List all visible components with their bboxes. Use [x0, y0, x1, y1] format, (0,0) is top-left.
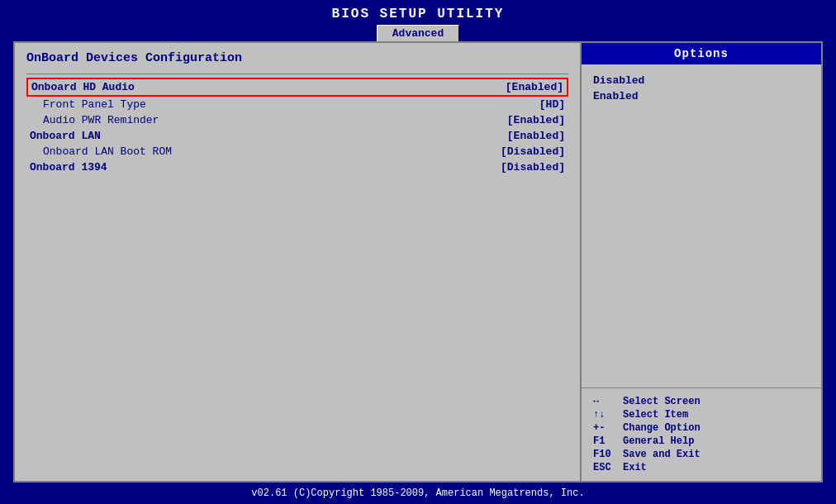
help-row-1: ↑↓Select Item: [593, 408, 810, 421]
help-key-4: F10: [593, 449, 623, 460]
help-desc-0: Select Screen: [623, 396, 701, 407]
menu-item-4[interactable]: Onboard LAN Boot ROM[Disabled]: [26, 144, 568, 159]
help-desc-3: General Help: [623, 435, 694, 447]
tab-advanced[interactable]: Advanced: [377, 25, 459, 41]
help-key-2: +-: [593, 422, 623, 434]
help-desc-4: Save and Exit: [623, 449, 701, 460]
help-key-1: ↑↓: [593, 409, 623, 421]
menu-item-value-3: [Enabled]: [507, 130, 565, 142]
menu-item-0[interactable]: Onboard HD Audio[Enabled]: [26, 78, 568, 97]
help-desc-1: Select Item: [623, 409, 688, 421]
section-title: OnBoard Devices Configuration: [26, 51, 568, 65]
help-key-3: F1: [593, 435, 623, 447]
options-body: DisabledEnabled: [582, 64, 821, 388]
options-header: Options: [582, 43, 821, 64]
help-section: ↔Select Screen↑↓Select Item+-Change Opti…: [582, 388, 821, 481]
menu-item-name-1: Front Panel Type: [30, 98, 146, 111]
menu-item-value-4: [Disabled]: [501, 145, 565, 158]
left-panel: OnBoard Devices Configuration Onboard HD…: [15, 43, 582, 481]
menu-item-value-5: [Disabled]: [501, 161, 565, 174]
help-row-2: +-Change Option: [593, 421, 810, 435]
menu-item-value-0: [Enabled]: [506, 81, 563, 93]
menu-item-name-4: Onboard LAN Boot ROM: [30, 145, 172, 158]
menu-item-name-5: Onboard 1394: [30, 161, 107, 174]
menu-item-name-3: Onboard LAN: [30, 130, 101, 142]
menu-item-1[interactable]: Front Panel Type[HD]: [26, 97, 568, 112]
help-key-5: ESC: [593, 462, 623, 473]
option-item-1[interactable]: Enabled: [593, 88, 810, 104]
help-desc-5: Exit: [623, 462, 647, 473]
menu-item-name-0: Onboard HD Audio: [31, 81, 135, 93]
option-item-0[interactable]: Disabled: [593, 73, 810, 88]
menu-list: Onboard HD Audio[Enabled]Front Panel Typ…: [26, 78, 568, 175]
menu-item-5[interactable]: Onboard 1394[Disabled]: [26, 159, 568, 175]
menu-item-2[interactable]: Audio PWR Reminder[Enabled]: [26, 112, 568, 128]
divider: [26, 74, 568, 74]
tab-bar: Advanced: [0, 25, 836, 41]
menu-item-value-1: [HD]: [539, 98, 565, 111]
main-content: OnBoard Devices Configuration Onboard HD…: [13, 41, 823, 483]
help-key-0: ↔: [593, 396, 623, 407]
help-desc-2: Change Option: [623, 422, 701, 434]
help-row-4: F10Save and Exit: [593, 448, 810, 461]
help-row-3: F1General Help: [593, 435, 810, 448]
help-row-0: ↔Select Screen: [593, 395, 810, 408]
help-row-5: ESCExit: [593, 461, 810, 474]
menu-item-3[interactable]: Onboard LAN[Enabled]: [26, 128, 568, 144]
menu-item-name-2: Audio PWR Reminder: [30, 114, 159, 126]
right-panel: Options DisabledEnabled ↔Select Screen↑↓…: [582, 43, 821, 481]
bios-title: BIOS SETUP UTILITY: [0, 0, 836, 25]
footer: v02.61 (C)Copyright 1985-2009, American …: [0, 483, 836, 504]
menu-item-value-2: [Enabled]: [507, 114, 565, 126]
